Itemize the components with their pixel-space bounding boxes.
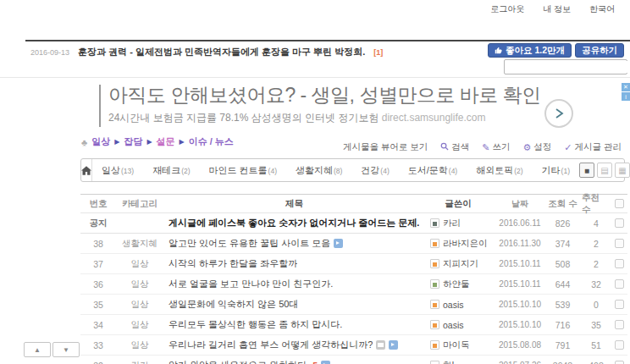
post-title-link[interactable]: 시작의 하루가 한달을 좌우할까 xyxy=(169,257,297,270)
scroll-bottom-button[interactable]: ▼ xyxy=(52,342,80,357)
tab-etc[interactable]: 기타(1) xyxy=(533,164,579,177)
row-checkbox[interactable] xyxy=(615,361,624,364)
breadcrumb-item-japdam[interactable]: 잡담 xyxy=(124,135,142,148)
author-avatar xyxy=(430,279,439,289)
row-checkbox[interactable] xyxy=(615,340,624,350)
viewer-mode-button[interactable]: 게시물을 뷰어로 보기 xyxy=(343,141,428,153)
pencil-icon: ✎ xyxy=(482,143,489,152)
view-mode-list-button[interactable]: ▤ xyxy=(597,163,612,178)
header-views: 조회 수 xyxy=(544,198,582,210)
post-title-link[interactable]: 알기 위암을 새우젓으로 완치하다. xyxy=(169,359,309,364)
comment-count[interactable]: 5 xyxy=(312,361,318,364)
ad-link[interactable]: direct.samsunglife.com xyxy=(382,112,486,124)
ad-headline[interactable]: 아직도 안해보셨어요? - 생일, 성별만으로 바로 확인 xyxy=(108,82,541,108)
post-author[interactable]: 학! xyxy=(443,360,454,364)
post-number: 38 xyxy=(80,239,116,249)
row-checkbox[interactable] xyxy=(615,279,624,289)
author-avatar xyxy=(430,300,439,309)
category-tabs: 일상(13) 재테크(2) 마인드 컨트롤(4) 생활지혜(8) 건강(4) 도… xyxy=(92,159,579,181)
post-votes: 0 xyxy=(582,300,611,310)
thumbs-up-icon xyxy=(495,47,502,54)
viewer-icon[interactable] xyxy=(321,361,330,364)
viewer-icon[interactable] xyxy=(334,239,343,248)
tab-life-tips[interactable]: 생활지혜(8) xyxy=(286,164,351,177)
facebook-like-button[interactable]: 좋아요 1.2만개 xyxy=(488,43,572,58)
board-search-button[interactable]: 검색 xyxy=(440,141,469,153)
breadcrumb-item-issue-news[interactable]: 이슈 / 뉴스 xyxy=(189,135,234,148)
language-link[interactable]: 한국어 xyxy=(589,3,615,15)
post-category: 건강 xyxy=(116,360,163,364)
board-settings-button[interactable]: ⚙ 설정 xyxy=(522,141,551,153)
table-row[interactable]: 33 일상 우리나라 길거리 흡연 부스 어떻게 생각하십니까? 마이독 201… xyxy=(80,335,627,356)
viewer-icon[interactable] xyxy=(389,340,398,350)
post-title-link[interactable]: 우리모두 몰상식한 행동은 좀 하지 맙시다. xyxy=(169,318,342,331)
row-checkbox[interactable] xyxy=(615,259,624,268)
breadcrumb-item-ilsang[interactable]: 일상 xyxy=(91,135,110,148)
tab-home[interactable] xyxy=(81,159,92,181)
post-author[interactable]: 지피지기 xyxy=(443,258,478,270)
row-checkbox[interactable] xyxy=(615,320,624,329)
post-title-link[interactable]: 생일문화에 익숙하지 않은 50대 xyxy=(169,298,298,311)
table-row[interactable]: 37 일상 시작의 하루가 한달을 좌우할까 지피지기 2015.10.11 5… xyxy=(80,254,627,274)
scroll-top-button[interactable]: ▲ xyxy=(24,342,51,357)
table-row[interactable]: 36 일상 서로 얼굴을 보고 만나야 만이 친구인가. 하얀둘 2015.10… xyxy=(80,274,627,295)
table-row[interactable]: 35 일상 생일문화에 익숙하지 않은 50대 oasis 2015.10.10… xyxy=(80,295,627,315)
post-author[interactable]: 하얀둘 xyxy=(443,279,470,290)
post-date: 2016.11.30 xyxy=(496,239,544,248)
write-post-button[interactable]: ✎ 쓰기 xyxy=(482,141,510,153)
tab-health[interactable]: 건강(4) xyxy=(351,164,398,177)
select-all-checkbox[interactable] xyxy=(615,199,624,208)
post-author[interactable]: 카리 xyxy=(443,218,461,229)
table-row[interactable]: 34 일상 우리모두 몰상식한 행동은 좀 하지 맙시다. oasis 2015… xyxy=(80,315,627,335)
table-row[interactable]: 38 생활지혜 알고만 있어도 유용한 꿀팁 사이트 모음 라바지은이 2016… xyxy=(80,234,627,254)
post-category: 일상 xyxy=(116,319,163,331)
post-votes: 4 xyxy=(582,218,611,229)
tab-ilsang[interactable]: 일상(13) xyxy=(92,164,143,177)
table-row-notice[interactable]: 공지 게시글에 페이스북 좋아요 숫자가 없어지거나 줄어드는 문제. 카리 2… xyxy=(80,213,627,234)
news-headline[interactable]: 2016-09-13 훈장과 권력 - 일제전범과 민족반역자들에게 훈장을 마… xyxy=(30,46,383,58)
post-date: 2015.10.11 xyxy=(496,259,544,268)
social-buttons: 좋아요 1.2만개 공유하기 xyxy=(488,43,624,58)
breadcrumb-item-seolmun[interactable]: 설문 xyxy=(157,135,175,148)
share-button[interactable]: 공유하기 xyxy=(575,43,624,58)
tab-books[interactable]: 도서/문학(4) xyxy=(399,164,467,177)
post-author[interactable]: 라바지은이 xyxy=(443,238,488,250)
row-checkbox[interactable] xyxy=(615,218,624,228)
view-mode-card-button[interactable]: ■ xyxy=(579,163,594,178)
table-row[interactable]: 32 건강 알기 위암을 새우젓으로 완치하다.5 학! 2015.07.26 … xyxy=(80,356,627,364)
post-title-link[interactable]: 게시글에 페이스북 좋아요 숫자가 없어지거나 줄어드는 문제. xyxy=(169,217,419,229)
search-input[interactable] xyxy=(505,61,630,73)
post-number: 34 xyxy=(80,320,116,330)
ad-choices: ✕ i xyxy=(622,83,630,101)
row-checkbox[interactable] xyxy=(615,300,624,309)
tab-mind-control[interactable]: 마인드 컨트롤(4) xyxy=(200,164,286,177)
manage-posts-button[interactable]: ✓ 게시글 관리 xyxy=(564,141,622,153)
post-author[interactable]: 마이독 xyxy=(443,339,470,351)
post-date: 2015.07.26 xyxy=(496,361,544,364)
post-views: 716 xyxy=(544,320,582,330)
post-author[interactable]: oasis xyxy=(443,300,464,310)
post-author[interactable]: oasis xyxy=(443,320,464,330)
check-icon: ✓ xyxy=(564,143,572,152)
top-nav: 로그아웃 내 정보 한국어 xyxy=(490,3,615,15)
tab-jaetech[interactable]: 재테크(2) xyxy=(143,164,199,177)
row-checkbox[interactable] xyxy=(615,239,624,248)
news-title[interactable]: 훈장과 권력 - 일제전범과 민족반역자들에게 훈장을 마구 뿌린 박정희. xyxy=(78,46,365,58)
breadcrumb: ♣ 일상 ▶ 잡담 ▶ 설문 ▶ 이슈 / 뉴스 xyxy=(81,135,234,148)
ad-close-icon[interactable]: ✕ xyxy=(622,83,630,91)
post-title-link[interactable]: 우리나라 길거리 흡연 부스 어떻게 생각하십니까? xyxy=(169,339,373,351)
post-title-link[interactable]: 알고만 있어도 유용한 꿀팁 사이트 모음 xyxy=(169,237,330,250)
logout-link[interactable]: 로그아웃 xyxy=(490,3,524,15)
post-title-link[interactable]: 서로 얼굴을 보고 만나야 만이 친구인가. xyxy=(169,278,333,290)
my-info-link[interactable]: 내 정보 xyxy=(543,3,571,15)
ad-info-icon[interactable]: i xyxy=(622,92,630,101)
post-views: 3948 xyxy=(544,361,582,364)
post-votes: 35 xyxy=(582,320,611,330)
tab-world-topics[interactable]: 해외토픽(2) xyxy=(467,164,532,177)
post-votes: 51 xyxy=(582,340,611,350)
ad-banner[interactable]: 아직도 안해보셨어요? - 생일, 성별만으로 바로 확인 24시간내 보험금 … xyxy=(0,80,630,134)
view-mode-grid-button[interactable]: ▦ xyxy=(615,163,630,178)
search-icon xyxy=(440,142,449,152)
ad-next-arrow-button[interactable] xyxy=(544,99,573,128)
header-title: 제목 xyxy=(163,198,420,210)
